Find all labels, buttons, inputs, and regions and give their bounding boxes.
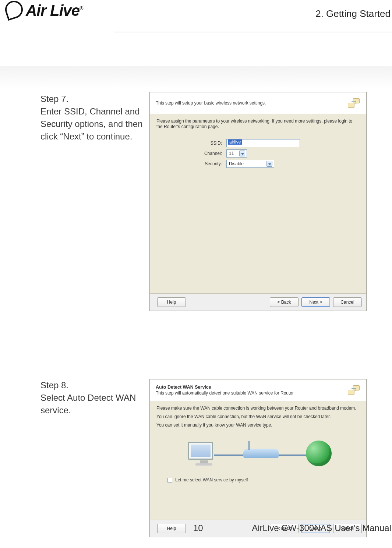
cancel-button[interactable]: Cancel xyxy=(333,297,362,307)
wizard7-body-text: Please assign the parameters to your wir… xyxy=(156,119,360,130)
wizard7-footer: Help < Back Next > Cancel xyxy=(150,293,366,311)
wan-wizard-window: Auto Detect WAN Service This step will a… xyxy=(149,379,367,537)
help-button[interactable]: Help xyxy=(157,524,186,533)
step8-label: Step 8. xyxy=(40,379,144,392)
network-icon xyxy=(348,98,360,109)
chevron-down-icon xyxy=(266,161,272,167)
page-number: 10 xyxy=(193,523,203,533)
ssid-label: SSID: xyxy=(156,141,226,146)
network-icon xyxy=(348,385,360,396)
brand-logo: Air Live® xyxy=(5,3,112,18)
wizard8-line1: Please make sure the WAN cable connectio… xyxy=(156,406,360,411)
wizard8-line2: You can ignore the WAN cable connection,… xyxy=(156,414,360,420)
header-divider xyxy=(114,32,392,32)
help-button[interactable]: Help xyxy=(157,297,186,307)
step8-text: Select Auto Detect WAN service. xyxy=(40,393,136,415)
manual-wan-label: Let me select WAN service by myself xyxy=(175,477,248,482)
wizard7-header: This step will setup your basic wireless… xyxy=(150,92,366,114)
wizard8-header: Auto Detect WAN Service This step will a… xyxy=(150,379,366,401)
manual-wan-checkbox[interactable] xyxy=(167,478,172,482)
chevron-down-icon xyxy=(239,151,245,156)
wizard8-title: Auto Detect WAN Service xyxy=(156,385,343,390)
channel-select[interactable]: 11 xyxy=(226,149,247,158)
wizard8-subtitle: This step will automatically detect one … xyxy=(156,390,343,396)
manual-title: AirLive GW-300NAS User’s Manual xyxy=(252,523,391,533)
header-gradient xyxy=(0,66,392,88)
router-icon xyxy=(243,449,279,462)
globe-icon xyxy=(306,441,332,466)
step8-instruction: Step 8. Select Auto Detect WAN service. xyxy=(40,379,144,417)
step7-instruction: Step 7. Enter SSID, Channel and Security… xyxy=(40,93,144,143)
wireless-wizard-window: This step will setup your basic wireless… xyxy=(149,92,367,311)
step7-label: Step 7. xyxy=(40,93,144,105)
channel-label: Channel: xyxy=(156,151,226,156)
security-label: Security: xyxy=(156,161,226,166)
wizard8-line3: You can set it manually if you know your… xyxy=(156,423,360,428)
logo-wave-icon xyxy=(3,0,25,21)
chapter-title: 2. Getting Started xyxy=(315,8,391,20)
step7-text: Enter SSID, Channel and Security options… xyxy=(40,106,143,141)
back-button[interactable]: < Back xyxy=(270,297,299,307)
next-button[interactable]: Next > xyxy=(301,297,330,307)
ssid-input[interactable]: airlive xyxy=(226,139,300,147)
connection-illustration xyxy=(181,434,335,474)
security-select[interactable]: Disable xyxy=(226,160,274,168)
wizard7-header-text: This step will setup your basic wireless… xyxy=(156,100,343,106)
